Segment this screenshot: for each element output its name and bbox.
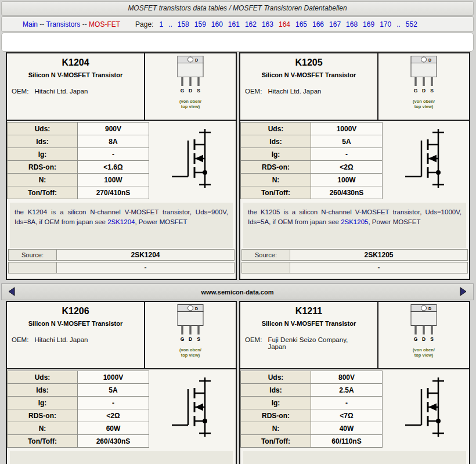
spec-value: 1000V <box>78 371 149 384</box>
spec-label: Uds: <box>8 123 78 135</box>
spec-row: Uds: 900V <box>8 123 149 135</box>
package-drawing: D G D S (von oben/ top view) <box>378 53 469 120</box>
spec-row: Ig: - <box>8 397 149 409</box>
card-info: K1204 Silicon N V-MOSFET Transistor OEM:… <box>7 53 145 120</box>
oem-line: OEM: Hitachi Ltd. Japan <box>12 336 142 343</box>
spec-label: Ids: <box>241 135 311 148</box>
pin-label-d: D <box>189 336 192 342</box>
card-mid: Uds: 1000V Ids: 5A Ig: - RDS-on: <2Ω <box>240 121 469 199</box>
card-mid: Uds: 900V Ids: 8A Ig: - RDS-on: <1.6Ω <box>7 121 236 199</box>
spec-label: Ids: <box>241 384 311 397</box>
spec-label: N: <box>8 174 78 186</box>
spec-value: 260/430nS <box>311 186 383 199</box>
mosfet-symbol-icon <box>402 124 450 193</box>
description: the K1205 is a silicon N-channel V-MOSFE… <box>243 203 466 248</box>
spec-value: 2.5A <box>311 384 383 397</box>
spec-label: Ton/Toff: <box>241 435 311 448</box>
part-link[interactable]: 2SK1205 <box>341 218 368 225</box>
page-link-170[interactable]: 170 <box>380 20 391 28</box>
oem-line: OEM: Fuji Denki Seizo Company, Japan <box>245 336 375 350</box>
spec-value: 5A <box>311 135 383 148</box>
description <box>243 451 466 464</box>
source-row: Source: 2SK1204 <box>8 249 235 261</box>
oem-label: OEM: <box>12 88 28 95</box>
source-row: Source: 2SK1205 <box>241 249 468 261</box>
part-number: K1206 <box>7 306 144 316</box>
description-text-after: , Power MOSFET <box>135 218 187 225</box>
description: the K1204 is a silicon N-channel V-MOSFE… <box>10 203 233 248</box>
page-link-158[interactable]: 158 <box>178 20 189 28</box>
spec-label: RDS-on: <box>8 161 78 174</box>
page-link-165[interactable]: 165 <box>295 20 307 28</box>
spec-value: - <box>311 397 383 409</box>
cards-row-top: K1204 Silicon N V-MOSFET Transistor OEM:… <box>6 52 470 280</box>
page-link-161[interactable]: 161 <box>228 20 240 28</box>
prev-page-arrow[interactable] <box>6 286 17 297</box>
spec-label: Ig: <box>241 397 311 409</box>
package-note: (von oben/ top view) <box>413 347 435 358</box>
pin-label-g: G <box>414 88 418 93</box>
page-link-552[interactable]: 552 <box>406 20 417 28</box>
spec-value: 5A <box>78 384 149 397</box>
part-type: Silicon N V-MOSFET Transistor <box>7 71 144 78</box>
page-link-163[interactable]: 163 <box>262 20 273 28</box>
mosfet-symbol <box>149 369 236 448</box>
package-note-line1: (von oben/ <box>179 347 201 353</box>
card-info: K1205 Silicon N V-MOSFET Transistor OEM:… <box>240 53 378 120</box>
page-link-159[interactable]: 159 <box>194 20 206 28</box>
next-page-arrow[interactable] <box>458 286 468 297</box>
spec-value: <2Ω <box>78 409 149 422</box>
part-link[interactable]: 2SK1204 <box>107 218 135 225</box>
breadcrumb-item-main[interactable]: Main <box>23 20 38 28</box>
spec-value: 8A <box>78 135 149 148</box>
page-link-160[interactable]: 160 <box>211 20 223 28</box>
spec-value: 100W <box>311 174 383 186</box>
spec-value: 40W <box>311 422 383 435</box>
spec-label: Uds: <box>241 371 311 384</box>
transistor-card: K1206 Silicon N V-MOSFET Transistor OEM:… <box>6 301 237 464</box>
page-link-168[interactable]: 168 <box>346 20 358 28</box>
spec-row: Ig: - <box>241 148 383 161</box>
spec-label: Uds: <box>241 123 311 135</box>
page-number-list: 1..1581591601611621631641651661671681691… <box>159 20 417 28</box>
oem-line: OEM: Hitachi Ltd. Japan <box>12 88 142 95</box>
pin-label-s: S <box>430 336 434 342</box>
spec-row: Ids: 5A <box>241 135 383 148</box>
page-link-169[interactable]: 169 <box>363 20 374 28</box>
source-value: 2SK1204 <box>57 249 235 261</box>
empty-strip <box>1 33 474 52</box>
spec-table: Uds: 900V Ids: 8A Ig: - RDS-on: <1.6Ω <box>7 122 149 199</box>
description <box>10 451 233 464</box>
spec-row: Ids: 2.5A <box>241 384 383 397</box>
spec-value: 60W <box>78 422 149 435</box>
transistor-card: K1204 Silicon N V-MOSFET Transistor OEM:… <box>6 52 237 280</box>
breadcrumb-separator: -- <box>38 20 46 28</box>
package-drawing: D G D S (von oben/ top view) <box>145 302 236 368</box>
pin-label-s: S <box>430 88 434 93</box>
mosfet-symbol-icon <box>402 373 450 441</box>
spec-label: Ids: <box>8 384 78 397</box>
next-arrow-icon <box>458 286 468 297</box>
page-link-162[interactable]: 162 <box>245 20 257 28</box>
spec-row: RDS-on: <1.6Ω <box>8 161 149 174</box>
package-note-line2: top view) <box>179 104 201 109</box>
pin-label-g: G <box>181 88 185 93</box>
breadcrumb-item-transistors[interactable]: Transistors <box>46 20 80 28</box>
breadcrumb-item-mos-fet[interactable]: MOS-FET <box>89 20 120 28</box>
page-link-1[interactable]: 1 <box>159 20 163 28</box>
page-ellipsis: .. <box>168 20 172 28</box>
pin-label-d: D <box>422 336 425 342</box>
oem-value: Fuji Denki Seizo Company, Japan <box>268 336 366 350</box>
note-label <box>241 262 290 274</box>
page-link-166[interactable]: 166 <box>312 20 324 28</box>
card-header: K1211 Silicon N V-MOSFET Transistor OEM:… <box>240 302 469 369</box>
page-link-167[interactable]: 167 <box>329 20 341 28</box>
spec-label: N: <box>241 422 311 435</box>
package-note-line2: top view) <box>179 353 201 358</box>
spec-label: RDS-on: <box>8 409 78 422</box>
to220-package-icon: D G D S <box>405 304 443 347</box>
spec-value: 900V <box>78 123 149 135</box>
spec-value: 1000V <box>311 123 383 135</box>
page-link-164[interactable]: 164 <box>279 20 290 28</box>
site-bar: www.semicon-data.com <box>1 283 474 300</box>
